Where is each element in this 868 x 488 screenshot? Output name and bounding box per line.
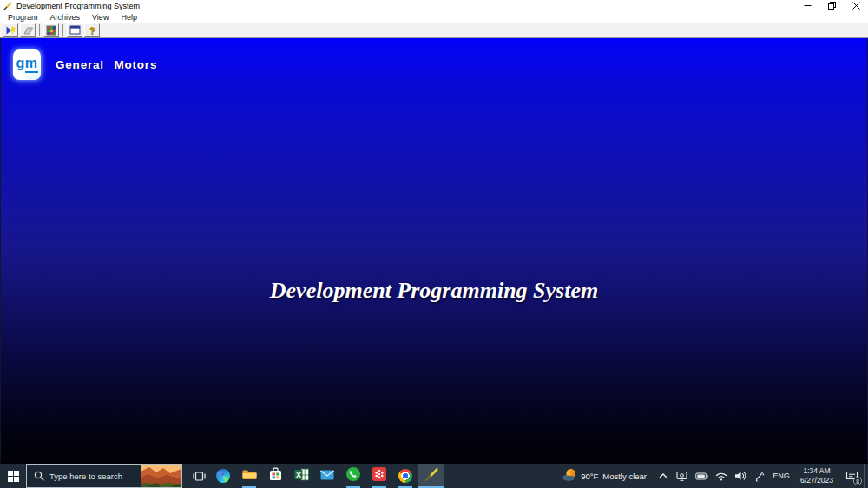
language-indicator[interactable]: ENG bbox=[769, 464, 793, 488]
taskbar-app-whatsapp[interactable] bbox=[340, 464, 366, 488]
clock-date: 6/27/2023 bbox=[800, 476, 833, 485]
help-button[interactable] bbox=[84, 23, 100, 37]
search-highlight-image bbox=[141, 465, 181, 487]
menu-view[interactable]: View bbox=[86, 13, 115, 22]
system-tray: 90°F Mostly clear ENG 1:34 bbox=[554, 464, 868, 488]
title-bar: Development Programming System bbox=[0, 0, 868, 11]
disconnect-button-disabled bbox=[20, 23, 36, 37]
toolbar-separator bbox=[39, 24, 40, 36]
pen-tray-icon[interactable] bbox=[750, 464, 769, 488]
taskbar-app-mail[interactable] bbox=[314, 464, 340, 488]
tray-expand-chevron-icon[interactable] bbox=[654, 464, 672, 488]
device-tray-icon[interactable] bbox=[672, 464, 691, 488]
pinwheel-app-icon bbox=[372, 467, 386, 485]
excel-icon: X bbox=[294, 468, 309, 485]
show-desktop-button[interactable] bbox=[864, 464, 868, 488]
window-view-button[interactable] bbox=[67, 23, 82, 37]
search-input[interactable] bbox=[49, 472, 141, 481]
wifi-icon[interactable] bbox=[712, 464, 731, 488]
restore-button[interactable] bbox=[819, 0, 844, 11]
screen: Development Programming System Program A… bbox=[0, 0, 868, 488]
microsoft-store-icon bbox=[269, 467, 282, 485]
program-memory-button[interactable] bbox=[43, 23, 59, 37]
weather-widget[interactable]: 90°F Mostly clear bbox=[554, 464, 654, 488]
menu-program[interactable]: Program bbox=[2, 13, 44, 22]
edge-icon bbox=[216, 469, 230, 483]
chrome-icon bbox=[398, 469, 412, 483]
taskbar-app-edge[interactable] bbox=[210, 464, 236, 488]
taskbar-app-dps-active[interactable] bbox=[418, 464, 444, 488]
close-button[interactable] bbox=[844, 0, 868, 11]
gm-wordmark: General Motors bbox=[56, 58, 157, 71]
main-canvas: g m General Motors Development Programmi… bbox=[0, 38, 868, 463]
action-center-button[interactable]: 8 bbox=[840, 464, 864, 488]
dps-paintbrush-icon bbox=[424, 467, 439, 485]
menu-archives[interactable]: Archives bbox=[44, 13, 87, 22]
weather-temperature: 90°F bbox=[581, 472, 598, 481]
app-heading: Development Programming System bbox=[1, 278, 867, 304]
task-view-button[interactable] bbox=[187, 464, 210, 488]
clock[interactable]: 1:34 AM 6/27/2023 bbox=[793, 464, 840, 488]
weather-icon bbox=[562, 468, 576, 485]
taskbar-app-chrome[interactable] bbox=[392, 464, 418, 488]
taskbar-app-excel[interactable]: X bbox=[288, 464, 314, 488]
connect-button[interactable] bbox=[3, 23, 18, 37]
menu-bar: Program Archives View Help bbox=[0, 11, 868, 23]
taskbar: X bbox=[0, 463, 868, 488]
toolbar-separator bbox=[62, 24, 63, 36]
start-button[interactable] bbox=[0, 464, 26, 488]
gm-header: g m General Motors bbox=[1, 38, 867, 80]
clock-time: 1:34 AM bbox=[803, 466, 830, 476]
minimize-button[interactable] bbox=[795, 0, 819, 11]
volume-icon[interactable] bbox=[731, 464, 750, 488]
search-icon bbox=[34, 471, 44, 481]
svg-text:X: X bbox=[295, 470, 300, 478]
paintbrush-app-icon bbox=[3, 2, 12, 10]
taskbar-app-microsoft-store[interactable] bbox=[262, 464, 288, 488]
battery-icon[interactable] bbox=[691, 464, 712, 488]
toolbar bbox=[0, 23, 868, 38]
weather-condition: Mostly clear bbox=[602, 472, 647, 481]
gm-logo: g m bbox=[13, 49, 41, 80]
taskbar-app-file-explorer[interactable] bbox=[236, 464, 262, 488]
search-box[interactable] bbox=[26, 464, 182, 488]
mail-icon bbox=[320, 468, 334, 484]
gm-logo-letter-m: m bbox=[25, 56, 38, 73]
file-explorer-icon bbox=[242, 468, 257, 484]
taskbar-app-pinwheel[interactable] bbox=[366, 464, 392, 488]
gm-logo-letter-g: g bbox=[16, 56, 24, 73]
menu-help[interactable]: Help bbox=[115, 13, 143, 22]
whatsapp-icon bbox=[346, 467, 360, 485]
window-title: Development Programming System bbox=[16, 2, 795, 10]
notification-badge: 8 bbox=[853, 477, 862, 485]
